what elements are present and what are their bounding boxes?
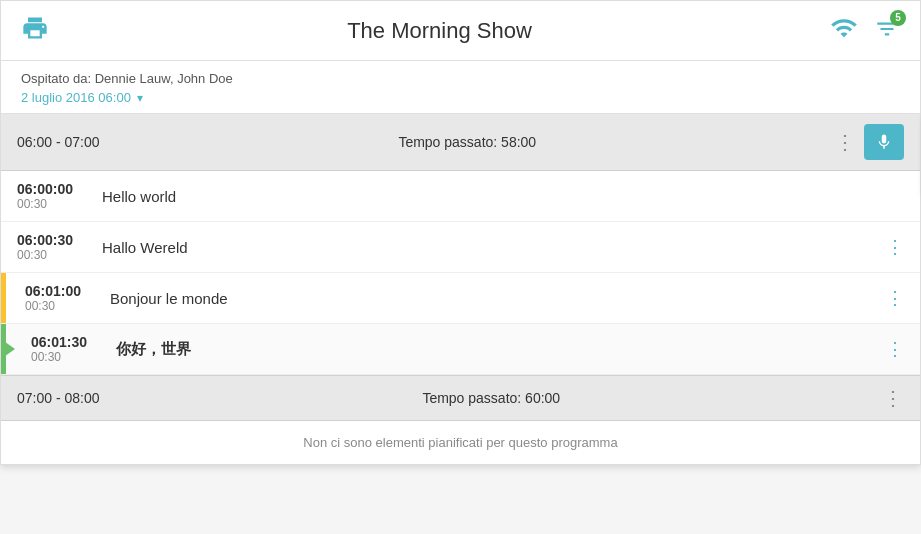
time-range-2: 07:00 - 08:00 bbox=[17, 390, 100, 406]
item-dots-2[interactable]: ⋮ bbox=[886, 236, 904, 258]
block-header-actions-1: ⋮ modello vuoto New template bbox=[835, 124, 904, 160]
hosts-text: Dennie Lauw, John Doe bbox=[95, 71, 233, 86]
host-info: Ospitato da: Dennie Lauw, John Doe bbox=[21, 71, 900, 86]
active-arrow-icon bbox=[1, 339, 15, 359]
item-time-4: 06:01:30 bbox=[31, 334, 106, 350]
item-title-2: Hallo Wereld bbox=[102, 239, 886, 256]
header: The Morning Show 5 bbox=[1, 1, 920, 61]
header-right: 5 bbox=[830, 14, 900, 48]
tempo-passato-2: Tempo passato: 60:00 bbox=[100, 390, 883, 406]
header-center: The Morning Show bbox=[49, 18, 830, 44]
item-duration-3: 00:30 bbox=[25, 299, 100, 313]
time-info-1: 06:00:00 00:30 bbox=[17, 181, 92, 211]
schedule-item-3: 06:01:00 00:30 Bonjour le monde ⋮ bbox=[1, 273, 920, 324]
item-duration-4: 00:30 bbox=[31, 350, 106, 364]
item-time-3: 06:01:00 bbox=[25, 283, 100, 299]
printer-icon[interactable] bbox=[21, 14, 49, 48]
schedule-item-2: 06:00:30 00:30 Hallo Wereld ⋮ bbox=[1, 222, 920, 273]
hosted-by-label: Ospitato da: bbox=[21, 71, 91, 86]
schedule-item-1: 06:00:00 00:30 Hello world bbox=[1, 171, 920, 222]
time-info-2: 06:00:30 00:30 bbox=[17, 232, 92, 262]
item-time-1: 06:00:00 bbox=[17, 181, 92, 197]
footer-text: Non ci sono elementi pianificati per que… bbox=[303, 435, 617, 450]
item-duration-2: 00:30 bbox=[17, 248, 92, 262]
app-container: The Morning Show 5 Ospitato da: Dennie L… bbox=[0, 0, 921, 465]
page-title: The Morning Show bbox=[347, 18, 532, 43]
schedule-item-4: 06:01:30 00:30 你好，世界 ⋮ bbox=[1, 324, 920, 375]
item-duration-1: 00:30 bbox=[17, 197, 92, 211]
time-info-4: 06:01:30 00:30 bbox=[31, 334, 106, 364]
date-link[interactable]: 2 luglio 2016 06:00 bbox=[21, 90, 131, 105]
item-title-3: Bonjour le monde bbox=[110, 290, 886, 307]
footer: Non ci sono elementi pianificati per que… bbox=[1, 421, 920, 464]
date-chevron-icon[interactable]: ▾ bbox=[137, 91, 143, 105]
sub-header: Ospitato da: Dennie Lauw, John Doe 2 lug… bbox=[1, 61, 920, 114]
time-info-3: 06:01:00 00:30 bbox=[25, 283, 100, 313]
time-block-header-2: 07:00 - 08:00 Tempo passato: 60:00 ⋮ bbox=[1, 375, 920, 421]
item-time-2: 06:00:30 bbox=[17, 232, 92, 248]
item-dots-4[interactable]: ⋮ bbox=[886, 338, 904, 360]
time-range-1: 06:00 - 07:00 bbox=[17, 134, 100, 150]
block-dots-icon-1[interactable]: ⋮ bbox=[835, 130, 856, 154]
filter-icon-wrapper[interactable]: 5 bbox=[874, 16, 900, 46]
date-row: 2 luglio 2016 06:00 ▾ bbox=[21, 90, 900, 105]
tempo-passato-1: Tempo passato: 58:00 bbox=[100, 134, 835, 150]
time-block-header-1: 06:00 - 07:00 Tempo passato: 58:00 ⋮ mod… bbox=[1, 114, 920, 171]
mic-button-1[interactable] bbox=[864, 124, 904, 160]
item-title-4: 你好，世界 bbox=[116, 340, 886, 359]
block-dots-icon-2[interactable]: ⋮ bbox=[883, 386, 904, 410]
item-dots-3[interactable]: ⋮ bbox=[886, 287, 904, 309]
header-left bbox=[21, 14, 49, 48]
signal-icon[interactable] bbox=[830, 14, 858, 48]
item-title-1: Hello world bbox=[102, 188, 904, 205]
filter-badge: 5 bbox=[890, 10, 906, 26]
